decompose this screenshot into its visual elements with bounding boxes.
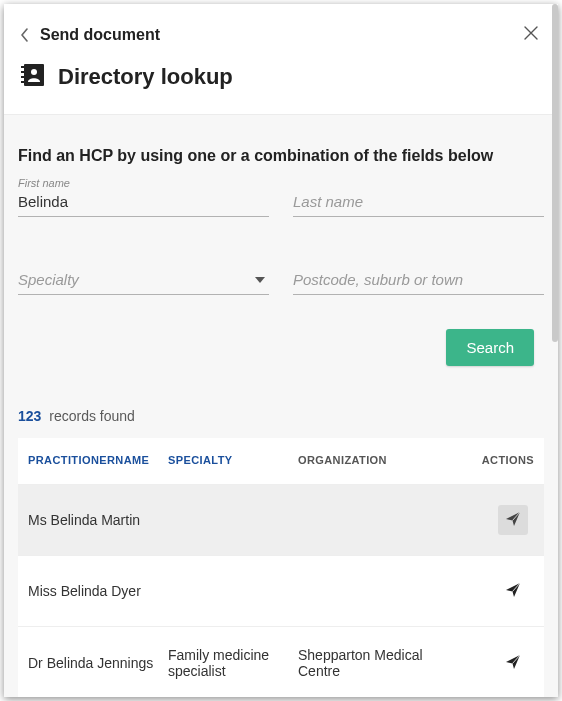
back-label: Send document: [40, 26, 160, 44]
col-organization: ORGANIZATION: [298, 454, 464, 466]
cell-organization: Shepparton Medical Centre: [298, 647, 464, 679]
table-row[interactable]: Ms Belinda Martin: [18, 484, 544, 555]
last-name-field[interactable]: [293, 191, 544, 217]
svg-rect-3: [21, 76, 25, 78]
cell-practitioner: Miss Belinda Dyer: [28, 583, 168, 599]
specialty-select[interactable]: Specialty: [18, 269, 269, 295]
form-instructions: Find an HCP by using one or a combinatio…: [18, 147, 544, 165]
results-count-number: 123: [18, 408, 41, 424]
cell-specialty: Family medicine specialist: [168, 647, 298, 679]
table-row[interactable]: Dr Belinda Jennings Family medicine spec…: [18, 626, 544, 697]
paper-plane-icon: [505, 582, 521, 601]
dialog-header: Send document Directory l: [4, 4, 558, 115]
table-header: PRACTITIONERNAME SPECIALTY ORGANIZATION …: [18, 438, 544, 484]
send-button[interactable]: [498, 576, 528, 606]
table-row[interactable]: Miss Belinda Dyer: [18, 555, 544, 626]
last-name-input[interactable]: [293, 191, 544, 212]
svg-rect-4: [21, 81, 25, 83]
svg-rect-2: [21, 71, 25, 73]
page-title: Directory lookup: [58, 64, 233, 90]
scrollbar[interactable]: [552, 4, 558, 342]
col-specialty[interactable]: SPECIALTY: [168, 454, 298, 466]
location-field[interactable]: [293, 269, 544, 295]
send-button[interactable]: [498, 648, 528, 678]
close-icon: [524, 26, 538, 43]
address-book-icon: [20, 62, 46, 92]
chevron-left-icon: [20, 28, 30, 42]
caret-down-icon: [255, 277, 265, 283]
location-input[interactable]: [293, 269, 544, 290]
results-count-label: records found: [49, 408, 135, 424]
results-count: 123 records found: [18, 408, 544, 424]
first-name-field[interactable]: First name: [18, 177, 269, 217]
paper-plane-icon: [505, 654, 521, 673]
first-name-input[interactable]: [18, 191, 269, 212]
paper-plane-icon: [505, 511, 521, 530]
cell-practitioner: Dr Belinda Jennings: [28, 655, 168, 671]
cell-practitioner: Ms Belinda Martin: [28, 512, 168, 528]
svg-rect-1: [21, 66, 25, 68]
back-button[interactable]: Send document: [20, 26, 160, 44]
col-actions: ACTIONS: [464, 454, 534, 466]
close-button[interactable]: [520, 22, 542, 48]
specialty-placeholder: Specialty: [18, 271, 79, 288]
send-button[interactable]: [498, 505, 528, 535]
svg-point-5: [31, 69, 37, 75]
search-button[interactable]: Search: [446, 329, 534, 366]
col-practitioner[interactable]: PRACTITIONERNAME: [28, 454, 168, 466]
first-name-label: First name: [18, 177, 269, 189]
results-table: PRACTITIONERNAME SPECIALTY ORGANIZATION …: [18, 438, 544, 697]
